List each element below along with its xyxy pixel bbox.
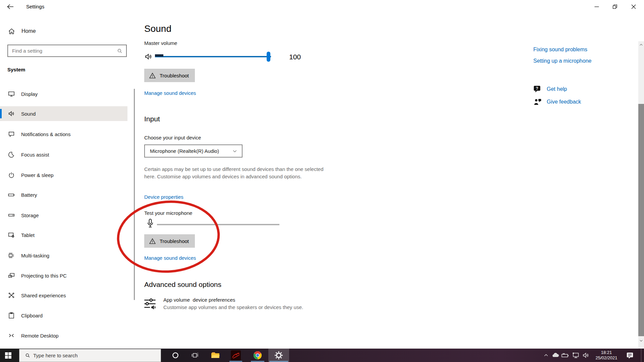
tablet-icon [8,231,15,239]
sidebar-home-label: Home [21,28,36,34]
output-troubleshoot-button[interactable]: Troubleshoot [144,69,195,82]
app-volume-preferences-item[interactable]: App volume device preferences Customise … [143,297,331,314]
sidebar-section-header: System [7,67,25,72]
master-volume-value: 100 [289,53,301,61]
sidebar-item-remote-desktop[interactable]: Remote Desktop [0,328,127,343]
output-troubleshoot-label: Troubleshoot [160,73,189,78]
minimize-button[interactable] [589,0,604,13]
chevron-up-icon [543,353,549,358]
input-troubleshoot-label: Troubleshoot [160,238,189,244]
tray-onedrive-button[interactable] [551,349,560,362]
close-button[interactable] [626,0,641,13]
clock-time: 18:21 [601,350,612,355]
home-icon [8,27,15,35]
action-center-button[interactable] [624,349,636,362]
sidebar-item-battery[interactable]: Battery [0,187,127,202]
network-icon [572,351,580,359]
taskbar-search-box [19,349,161,362]
title-bar: Settings [0,0,644,13]
taskbar-search-input[interactable] [33,353,161,358]
chevron-down-icon [232,149,237,154]
tray-network-button[interactable] [571,349,581,362]
output-manage-devices-link[interactable]: Manage sound devices [144,90,196,96]
device-properties-link[interactable]: Device properties [144,194,183,200]
tray-volume-button[interactable] [581,349,591,362]
sidebar-item-multitasking[interactable]: Multi-tasking [0,248,127,263]
open-app-underline [251,361,264,362]
choose-input-label: Choose your input device [144,135,201,140]
cortana-icon [171,351,179,359]
get-help-label: Get help [547,86,567,92]
file-explorer-button[interactable] [207,349,223,362]
scroll-up-arrow[interactable] [638,42,644,47]
settings-search-box [7,45,127,57]
taskbar-clock[interactable]: 18:21 25/02/2021 [591,349,622,362]
chrome-button[interactable] [250,349,266,362]
sidebar-item-display[interactable]: Display [0,86,127,101]
notification-icon [626,351,634,360]
help-link-fixing-sound[interactable]: Fixing sound problems [533,47,587,53]
shared-experiences-icon [8,292,15,299]
input-troubleshoot-button[interactable]: Troubleshoot [144,234,195,248]
get-help-item[interactable]: ? Get help [533,84,567,94]
page-scrollbar-thumb[interactable] [638,104,644,336]
start-button[interactable] [0,349,16,362]
minimize-icon [593,3,601,11]
remote-desktop-icon [8,332,15,339]
task-view-button[interactable] [187,349,203,362]
advanced-section-title: Advanced sound options [144,281,221,289]
battery-plug-icon [561,351,569,359]
tray-battery-button[interactable] [560,349,570,362]
cortana-button[interactable] [167,349,183,362]
open-app-underline [229,361,242,362]
show-desktop-divider[interactable] [641,349,641,362]
sidebar-item-projecting[interactable]: Projecting to this PC [0,268,127,283]
cloud-icon [552,352,559,359]
sidebar-item-tablet[interactable]: Tablet [0,228,127,242]
page-title: Sound [144,23,171,34]
clock-date: 25/02/2021 [595,355,617,361]
settings-window: Settings Home System Display Sound No [0,0,644,362]
sidebar-item-power-sleep[interactable]: Power & sleep [0,168,127,182]
mic-level-meter [157,224,279,225]
master-volume-slider-start [155,54,163,57]
power-icon [8,171,15,179]
sidebar-item-focus-assist[interactable]: Focus assist [0,147,127,162]
input-device-dropdown[interactable]: Microphone (Realtek(R) Audio) [144,144,243,158]
restore-icon [611,3,619,11]
projecting-icon [8,272,15,279]
sidebar-item-clipboard[interactable]: Clipboard [0,308,127,323]
master-volume-slider-track[interactable] [155,56,271,57]
sidebar-item-home[interactable]: Home [0,24,127,38]
help-link-setup-microphone[interactable]: Setting up a microphone [533,58,591,64]
speaker-icon [8,110,15,117]
clipboard-icon [8,312,15,319]
input-manage-devices-link[interactable]: Manage sound devices [144,255,196,261]
test-mic-label: Test your microphone [144,210,192,216]
warning-icon [149,72,156,79]
scroll-down-arrow[interactable] [638,338,644,343]
storage-icon [8,212,15,219]
dragon-app-icon [231,350,241,360]
sidebar-scrollbar[interactable] [134,89,135,300]
search-icon[interactable] [117,48,126,54]
input-section-title: Input [144,115,160,123]
battery-icon [8,191,15,198]
settings-search-input[interactable] [8,48,117,54]
tray-show-hidden-icons-button[interactable] [541,349,551,362]
task-view-icon [191,351,199,359]
back-button[interactable] [6,3,15,11]
give-feedback-item[interactable]: Give feedback [533,98,581,106]
dragon-app-button[interactable] [228,349,244,362]
sidebar-item-notifications[interactable]: Notifications & actions [0,127,127,141]
notifications-icon [8,130,15,138]
sidebar-item-shared-experiences[interactable]: Shared experiences [0,288,127,303]
sidebar-item-storage[interactable]: Storage [0,208,127,223]
apps-note-text: Certain apps may be set up to use differ… [144,166,327,180]
mixer-icon [143,297,157,314]
app-volume-title: App volume device preferences [163,297,303,303]
master-volume-slider-thumb[interactable] [267,52,270,62]
settings-app-button[interactable] [271,349,287,362]
restore-button[interactable] [607,0,623,13]
sidebar-item-sound[interactable]: Sound [0,106,127,121]
